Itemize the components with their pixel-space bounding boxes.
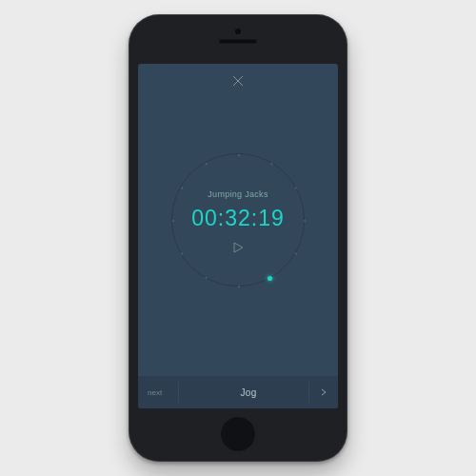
ring-tick (238, 286, 240, 288)
timer-display: 00:32:19 (171, 206, 305, 231)
next-label: next (138, 388, 188, 397)
divider (308, 382, 309, 403)
timer-ring[interactable]: Jumping Jacks 00:32:19 (171, 153, 305, 287)
play-icon[interactable] (231, 241, 245, 254)
phone-device: Jumping Jacks 00:32:19 next Jog (129, 14, 347, 462)
ring-tick (238, 154, 240, 156)
ring-tick (294, 252, 297, 255)
phone-camera (235, 29, 241, 34)
svg-marker-2 (234, 243, 243, 252)
app-screen: Jumping Jacks 00:32:19 next Jog (138, 64, 338, 408)
divider (178, 382, 179, 403)
progress-knob[interactable] (268, 276, 272, 281)
phone-home-button[interactable] (220, 416, 256, 452)
chevron-right-icon[interactable] (309, 387, 338, 397)
next-activity-name: Jog (188, 387, 309, 398)
phone-speaker (219, 39, 257, 44)
next-exercise-bar[interactable]: next Jog (138, 376, 338, 408)
timer-ring-area: Jumping Jacks 00:32:19 (138, 64, 338, 376)
exercise-name: Jumping Jacks (171, 189, 305, 199)
